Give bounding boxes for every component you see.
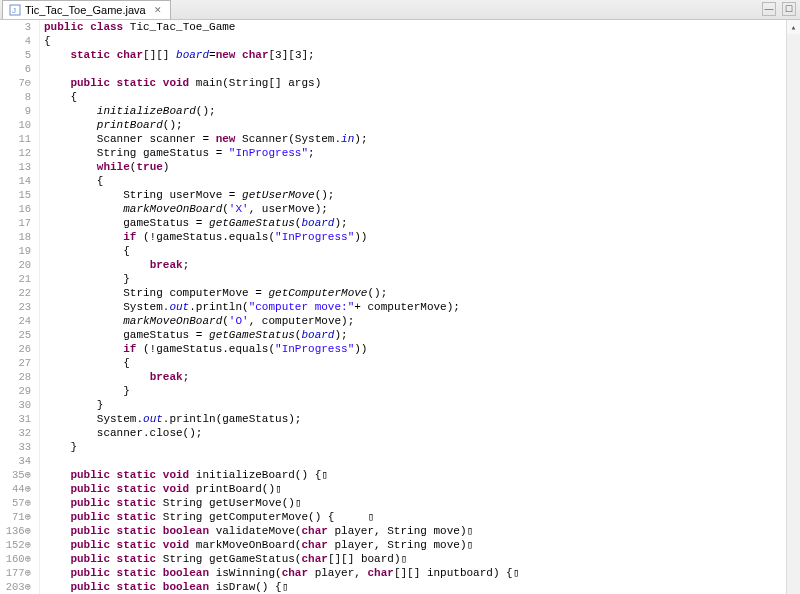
gutter-line: 19 (0, 244, 31, 258)
code-line[interactable]: public static boolean isWinning(char pla… (44, 566, 800, 580)
gutter-line: 4 (0, 34, 31, 48)
close-icon[interactable]: ✕ (154, 5, 164, 15)
gutter-line: 25 (0, 328, 31, 342)
maximize-icon[interactable]: ☐ (782, 2, 796, 16)
gutter-line: 152⊕ (0, 538, 31, 552)
code-line[interactable]: static char[][] board=new char[3][3]; (44, 48, 800, 62)
gutter-line: 177⊕ (0, 566, 31, 580)
code-line[interactable]: } (44, 440, 800, 454)
code-line[interactable]: break; (44, 258, 800, 272)
gutter-line: 29 (0, 384, 31, 398)
code-line[interactable]: { (44, 34, 800, 48)
code-line[interactable]: { (44, 356, 800, 370)
gutter-line: 27 (0, 356, 31, 370)
code-editor[interactable]: 34567⊖8910111213141516171819202122232425… (0, 20, 800, 594)
gutter-line: 8 (0, 90, 31, 104)
code-line[interactable]: public class Tic_Tac_Toe_Game (44, 20, 800, 34)
code-line[interactable]: if (!gameStatus.equals("InProgress")) (44, 230, 800, 244)
code-line[interactable]: Scanner scanner = new Scanner(System.in)… (44, 132, 800, 146)
code-area[interactable]: public class Tic_Tac_Toe_Game{ static ch… (40, 20, 800, 594)
gutter-line: 10 (0, 118, 31, 132)
gutter-line: 16 (0, 202, 31, 216)
code-line[interactable]: public static void markMoveOnBoard(char … (44, 538, 800, 552)
code-line[interactable]: public static String getUserMove()▯ (44, 496, 800, 510)
code-line[interactable]: { (44, 244, 800, 258)
gutter-line: 160⊕ (0, 552, 31, 566)
code-line[interactable]: break; (44, 370, 800, 384)
code-line[interactable]: public static boolean isDraw() {▯ (44, 580, 800, 594)
gutter-line: 35⊕ (0, 468, 31, 482)
tab-bar: J Tic_Tac_Toe_Game.java ✕ — ☐ (0, 0, 800, 20)
code-line[interactable]: public static void main(String[] args) (44, 76, 800, 90)
code-line[interactable]: String gameStatus = "InProgress"; (44, 146, 800, 160)
code-line[interactable]: public static String getComputerMove() {… (44, 510, 800, 524)
gutter-line: 7⊖ (0, 76, 31, 90)
code-line[interactable]: if (!gameStatus.equals("InProgress")) (44, 342, 800, 356)
java-file-icon: J (9, 4, 21, 16)
gutter-line: 15 (0, 188, 31, 202)
code-line[interactable]: String userMove = getUserMove(); (44, 188, 800, 202)
code-line[interactable]: markMoveOnBoard('X', userMove); (44, 202, 800, 216)
gutter-line: 18 (0, 230, 31, 244)
scroll-up-icon[interactable]: ▴ (787, 20, 800, 34)
window-buttons: — ☐ (762, 2, 796, 16)
gutter-line: 22 (0, 286, 31, 300)
code-line[interactable]: System.out.println(gameStatus); (44, 412, 800, 426)
gutter-line: 57⊕ (0, 496, 31, 510)
gutter-line: 5 (0, 48, 31, 62)
code-line[interactable] (44, 62, 800, 76)
gutter-line: 32 (0, 426, 31, 440)
code-line[interactable]: public static boolean validateMove(char … (44, 524, 800, 538)
gutter-line: 26 (0, 342, 31, 356)
gutter-line: 136⊕ (0, 524, 31, 538)
code-line[interactable]: scanner.close(); (44, 426, 800, 440)
file-tab[interactable]: J Tic_Tac_Toe_Game.java ✕ (2, 0, 171, 19)
gutter-line: 3 (0, 20, 31, 34)
gutter-line: 203⊕ (0, 580, 31, 594)
code-line[interactable]: while(true) (44, 160, 800, 174)
code-line[interactable]: } (44, 398, 800, 412)
gutter-line: 34 (0, 454, 31, 468)
gutter-line: 30 (0, 398, 31, 412)
code-line[interactable]: { (44, 174, 800, 188)
gutter-line: 6 (0, 62, 31, 76)
code-line[interactable]: public static String getGameStatus(char[… (44, 552, 800, 566)
vertical-scrollbar[interactable]: ▴ (786, 20, 800, 594)
code-line[interactable]: markMoveOnBoard('O', computerMove); (44, 314, 800, 328)
gutter-line: 33 (0, 440, 31, 454)
code-line[interactable]: printBoard(); (44, 118, 800, 132)
code-line[interactable] (44, 454, 800, 468)
code-line[interactable]: } (44, 384, 800, 398)
gutter-line: 21 (0, 272, 31, 286)
gutter-line: 31 (0, 412, 31, 426)
gutter-line: 28 (0, 370, 31, 384)
svg-text:J: J (12, 6, 16, 15)
line-gutter: 34567⊖8910111213141516171819202122232425… (0, 20, 40, 594)
code-line[interactable]: gameStatus = getGameStatus(board); (44, 216, 800, 230)
gutter-line: 14 (0, 174, 31, 188)
gutter-line: 20 (0, 258, 31, 272)
code-line[interactable]: gameStatus = getGameStatus(board); (44, 328, 800, 342)
code-line[interactable]: { (44, 90, 800, 104)
code-line[interactable]: initializeBoard(); (44, 104, 800, 118)
code-line[interactable]: System.out.println("computer move:"+ com… (44, 300, 800, 314)
gutter-line: 17 (0, 216, 31, 230)
code-line[interactable]: } (44, 272, 800, 286)
gutter-line: 13 (0, 160, 31, 174)
gutter-line: 12 (0, 146, 31, 160)
code-line[interactable]: public static void printBoard()▯ (44, 482, 800, 496)
code-line[interactable]: public static void initializeBoard() {▯ (44, 468, 800, 482)
gutter-line: 24 (0, 314, 31, 328)
tab-label: Tic_Tac_Toe_Game.java (25, 4, 146, 16)
gutter-line: 23 (0, 300, 31, 314)
code-line[interactable]: String computerMove = getComputerMove(); (44, 286, 800, 300)
gutter-line: 11 (0, 132, 31, 146)
gutter-line: 71⊕ (0, 510, 31, 524)
gutter-line: 44⊕ (0, 482, 31, 496)
gutter-line: 9 (0, 104, 31, 118)
minimize-icon[interactable]: — (762, 2, 776, 16)
